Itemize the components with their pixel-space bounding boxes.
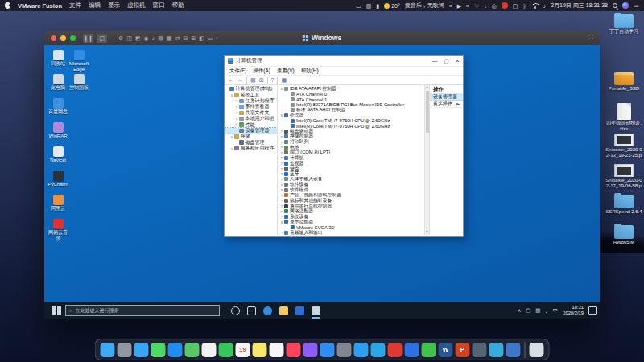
desktop-icon-image[interactable]: Snipaste_2020-02-13_19-21-25.png [605,134,642,158]
dock-item-word[interactable]: W [439,343,453,357]
music-status[interactable]: 搜音乐，无歌词 [405,2,444,10]
console-tree-item[interactable]: >服务和应用程序 [225,146,277,151]
menu-help[interactable]: 帮助 [172,2,184,10]
desktop-icon-folder[interactable]: HW865IM [605,225,642,245]
spotlight-icon[interactable] [613,3,617,8]
dock-item-podcasts[interactable] [303,343,318,357]
device-tree-row[interactable]: Intel(R) Core(TM) i7-9750H CPU @ 2.60GHz [279,123,424,129]
cm-menu-view[interactable]: 查看(V) [277,68,295,75]
desktop-icon-folder[interactable]: 丁丁自动学习 [605,14,642,35]
store-icon[interactable] [295,306,304,315]
windows-desktop-icon[interactable]: 网易云音乐 [47,219,68,241]
network-tray-icon[interactable]: ▥ [535,307,540,314]
windows-desktop-icon[interactable]: Microsoft Edge [68,50,89,72]
battery-icon[interactable]: ▮ [376,3,379,9]
cm-menu-file[interactable]: 文件(F) [229,68,246,75]
dock-item-app-store[interactable] [320,343,335,357]
device-list-pane[interactable]: ▲ ▼ vIDE ATA/ATAPI 控制器ATA Channel 0ATA C… [278,85,429,235]
menubar-app-name[interactable]: VMware Fusion [18,2,62,10]
wifi-icon[interactable] [531,3,539,9]
task-view-icon[interactable] [247,306,256,315]
usb-icon[interactable]: ⊟ [183,35,188,41]
cortana-icon[interactable] [231,306,240,315]
edge-icon[interactable] [263,306,272,315]
menu-edit[interactable]: 编辑 [89,2,101,10]
taskbar-clock[interactable]: 18:31 2020/2/19 [563,305,584,316]
desktop-icon-doc[interactable]: 四年级运动报表.xlsx [605,103,642,132]
device-tree-row[interactable]: VMware SVGA 3D [279,224,424,230]
volume-icon[interactable]: ♪ [543,3,547,9]
device-tree-row[interactable]: 标准 SATA AHCI 控制器 [279,108,424,113]
device-tree-row[interactable]: >电池 [279,145,424,150]
snapshots-button[interactable]: ◱ [97,34,107,43]
menu-file[interactable]: 文件 [69,2,81,10]
media-next-icon[interactable]: » [466,3,469,9]
device-tree-row[interactable]: >音频输入和输出 [279,230,424,235]
maximize-button[interactable]: ▢ [444,58,448,64]
console-tree-item[interactable]: >任务计划程序 [225,98,277,104]
display-icon[interactable]: ▤ [158,35,163,41]
device-tree-row[interactable]: >蓝牙 [279,171,424,177]
dock-item-edge[interactable] [489,343,504,357]
windows-desktop-icon[interactable]: 此电脑 [47,74,68,91]
hidden-icons-chevron[interactable]: ˄ [518,308,521,314]
dock-item-facetime[interactable] [219,343,233,357]
camera-icon[interactable]: ◧ [199,35,204,41]
sound-icon[interactable]: ♪ [152,35,155,41]
dock-item-telegram[interactable] [371,343,386,357]
device-tree-row[interactable]: >键盘 [279,166,424,171]
cm-menu-action[interactable]: 操作(A) [253,68,270,75]
cd-icon[interactable]: ◉ [144,35,149,41]
windows-desktop-icon[interactable]: WinRAR [47,122,68,139]
dock-item-system-preferences[interactable] [337,343,352,357]
minimize-button[interactable]: — [432,58,438,64]
back-icon[interactable]: ← [229,77,234,83]
cm-titlebar[interactable]: 计算机管理 — ▢ ✕ [225,56,463,67]
console-tree-item[interactable]: v存储 [225,134,277,139]
device-tree-row[interactable]: >软件组件 [279,187,424,193]
dock-item-maps[interactable] [185,343,200,357]
cm-menu-help[interactable]: 帮助(H) [301,68,319,75]
actions-device-manager[interactable]: 设备管理器 [430,93,463,101]
file-explorer-icon[interactable] [279,306,288,315]
input-method-indicator[interactable]: 中 [553,307,559,315]
windows-desktop-icon[interactable]: Navicat [47,146,68,163]
device-tree-row[interactable]: Intel(R) Core(TM) i7-9750H CPU @ 2.60GHz [279,118,424,124]
scroll-down-icon[interactable]: ▼ [425,230,429,235]
windows-desktop-icon[interactable]: 控制面板 [68,74,89,91]
show-console-tree-icon[interactable]: ▤ [250,77,256,84]
device-tree-row[interactable]: >软件设备 [279,182,424,187]
dock-item-vmware-fusion[interactable] [473,343,487,357]
heart-icon[interactable]: ♡ [474,3,479,9]
close-traffic-light[interactable] [51,35,56,41]
fullscreen-button[interactable]: ⛶ [588,34,593,42]
bluetooth-icon[interactable]: ᛒ [522,3,526,9]
download-icon[interactable]: ↓ [484,3,487,9]
action-center-icon[interactable] [588,306,597,315]
keyboard-icon[interactable]: ▭ [356,3,361,9]
dock-item-netease-music[interactable] [388,343,402,357]
menubar-clock[interactable]: 2月19日 周三 18:31:38 [551,2,608,10]
device-tree-row[interactable]: vIDE ATA/ATAPI 控制器 [279,86,424,92]
console-tree-item[interactable]: 设备管理器 [225,128,277,134]
console-tree-item[interactable]: v系统工具 [225,92,277,97]
properties-icon[interactable]: ⊞ [259,77,264,84]
minimize-traffic-light[interactable] [60,35,66,41]
stats-icon[interactable]: ▥ [366,3,372,9]
windows-desktop-icon[interactable]: 阿里云 [47,195,68,212]
console-tree-item[interactable]: >事件查看器 [225,104,277,109]
device-tree-row[interactable]: ATA Channel 0 [279,92,424,97]
device-tree-row[interactable]: >计算机 [279,155,424,161]
start-button[interactable] [51,305,62,316]
scan-hardware-icon[interactable]: ▦ [281,77,287,84]
device-tree-row[interactable]: v处理器 [279,113,424,118]
menu-window[interactable]: 窗口 [153,2,165,10]
scrollbar-thumb[interactable] [426,91,429,133]
console-tree-item[interactable]: >共享文件夹 [225,110,277,116]
control-center-icon[interactable]: ≔ [634,3,639,9]
taskbar-search[interactable]: ⌕ 在此处键入进行搜索 [65,305,220,316]
device-tree-row[interactable]: >人体学输入设备 [279,177,424,183]
suspend-vm-button[interactable]: ❙❙ [83,34,93,43]
screen-mirror-icon[interactable]: ▢ [513,3,518,9]
dock-item-messages[interactable] [151,343,166,357]
